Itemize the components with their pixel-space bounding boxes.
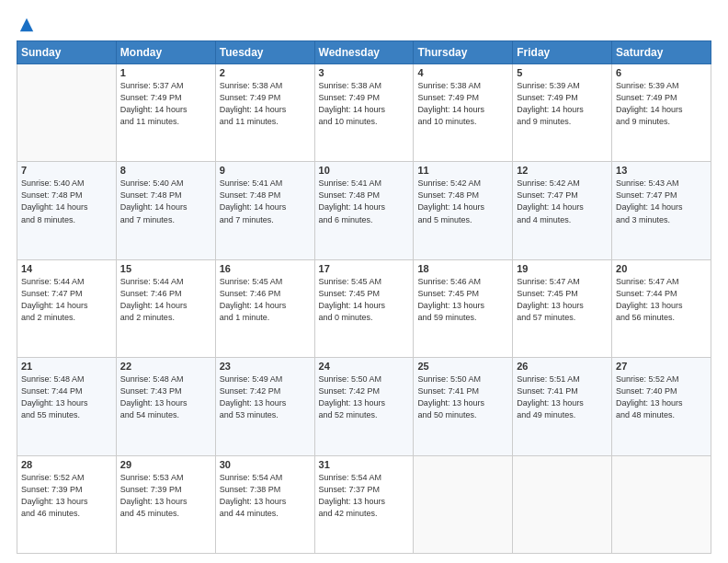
day-info: Sunrise: 5:54 AM Sunset: 7:38 PM Dayligh… (220, 472, 311, 520)
day-number: 1 (120, 67, 211, 78)
calendar-header-row: SundayMondayTuesdayWednesdayThursdayFrid… (17, 41, 711, 64)
day-number: 15 (120, 263, 211, 274)
calendar-cell: 9Sunrise: 5:41 AM Sunset: 7:48 PM Daylig… (215, 162, 314, 259)
calendar-cell: 8Sunrise: 5:40 AM Sunset: 7:48 PM Daylig… (116, 162, 215, 259)
day-number: 27 (616, 361, 707, 372)
calendar-cell: 20Sunrise: 5:47 AM Sunset: 7:44 PM Dayli… (612, 259, 711, 357)
day-number: 23 (220, 361, 311, 372)
calendar-cell: 14Sunrise: 5:44 AM Sunset: 7:47 PM Dayli… (17, 259, 117, 357)
day-info: Sunrise: 5:37 AM Sunset: 7:49 PM Dayligh… (120, 80, 211, 128)
day-info: Sunrise: 5:40 AM Sunset: 7:48 PM Dayligh… (120, 178, 211, 225)
calendar-cell: 16Sunrise: 5:45 AM Sunset: 7:46 PM Dayli… (215, 259, 314, 357)
logo-text (17, 17, 35, 33)
calendar-cell: 28Sunrise: 5:52 AM Sunset: 7:39 PM Dayli… (17, 455, 117, 553)
calendar-cell: 4Sunrise: 5:38 AM Sunset: 7:49 PM Daylig… (414, 64, 513, 162)
day-info: Sunrise: 5:51 AM Sunset: 7:41 PM Dayligh… (517, 373, 608, 421)
calendar-cell: 27Sunrise: 5:52 AM Sunset: 7:40 PM Dayli… (612, 358, 711, 455)
day-number: 30 (220, 459, 311, 470)
calendar-cell: 10Sunrise: 5:41 AM Sunset: 7:48 PM Dayli… (314, 162, 414, 259)
svg-marker-0 (20, 18, 33, 31)
day-info: Sunrise: 5:54 AM Sunset: 7:37 PM Dayligh… (319, 472, 410, 520)
calendar-cell: 17Sunrise: 5:45 AM Sunset: 7:45 PM Dayli… (314, 259, 414, 357)
day-number: 19 (517, 263, 608, 274)
calendar-cell: 15Sunrise: 5:44 AM Sunset: 7:46 PM Dayli… (116, 259, 215, 357)
calendar-cell (17, 64, 117, 162)
calendar-cell: 25Sunrise: 5:50 AM Sunset: 7:41 PM Dayli… (414, 358, 513, 455)
day-number: 18 (417, 263, 508, 274)
day-number: 8 (120, 165, 211, 176)
day-info: Sunrise: 5:39 AM Sunset: 7:49 PM Dayligh… (616, 80, 707, 128)
day-info: Sunrise: 5:41 AM Sunset: 7:48 PM Dayligh… (220, 178, 311, 225)
day-number: 16 (220, 263, 311, 274)
day-number: 28 (21, 459, 112, 470)
day-info: Sunrise: 5:50 AM Sunset: 7:41 PM Dayligh… (417, 373, 508, 421)
calendar-cell: 6Sunrise: 5:39 AM Sunset: 7:49 PM Daylig… (612, 64, 711, 162)
calendar-cell: 3Sunrise: 5:38 AM Sunset: 7:49 PM Daylig… (314, 64, 414, 162)
calendar-header-tuesday: Tuesday (215, 41, 314, 64)
calendar-cell: 24Sunrise: 5:50 AM Sunset: 7:42 PM Dayli… (314, 358, 414, 455)
day-info: Sunrise: 5:40 AM Sunset: 7:48 PM Dayligh… (21, 178, 112, 225)
day-info: Sunrise: 5:45 AM Sunset: 7:46 PM Dayligh… (220, 276, 311, 324)
calendar-header-saturday: Saturday (612, 41, 711, 64)
calendar-cell: 29Sunrise: 5:53 AM Sunset: 7:39 PM Dayli… (116, 455, 215, 553)
day-info: Sunrise: 5:48 AM Sunset: 7:44 PM Dayligh… (21, 373, 112, 421)
calendar-week-1: 1Sunrise: 5:37 AM Sunset: 7:49 PM Daylig… (17, 64, 711, 162)
calendar-week-5: 28Sunrise: 5:52 AM Sunset: 7:39 PM Dayli… (17, 455, 711, 553)
calendar-header-wednesday: Wednesday (314, 41, 414, 64)
day-number: 2 (220, 67, 311, 78)
day-info: Sunrise: 5:45 AM Sunset: 7:45 PM Dayligh… (319, 276, 410, 324)
day-info: Sunrise: 5:52 AM Sunset: 7:39 PM Dayligh… (21, 472, 112, 520)
day-info: Sunrise: 5:38 AM Sunset: 7:49 PM Dayligh… (220, 80, 311, 128)
day-info: Sunrise: 5:53 AM Sunset: 7:39 PM Dayligh… (120, 472, 211, 520)
day-number: 25 (417, 361, 508, 372)
day-number: 3 (319, 67, 410, 78)
calendar-week-3: 14Sunrise: 5:44 AM Sunset: 7:47 PM Dayli… (17, 259, 711, 357)
day-info: Sunrise: 5:41 AM Sunset: 7:48 PM Dayligh… (319, 178, 410, 225)
page: SundayMondayTuesdayWednesdayThursdayFrid… (0, 0, 728, 563)
calendar-cell: 18Sunrise: 5:46 AM Sunset: 7:45 PM Dayli… (414, 259, 513, 357)
day-number: 11 (417, 165, 508, 176)
day-info: Sunrise: 5:39 AM Sunset: 7:49 PM Dayligh… (517, 80, 608, 128)
calendar-table: SundayMondayTuesdayWednesdayThursdayFrid… (17, 40, 711, 554)
header (17, 17, 711, 33)
day-number: 6 (616, 67, 707, 78)
day-number: 10 (319, 165, 410, 176)
day-info: Sunrise: 5:46 AM Sunset: 7:45 PM Dayligh… (417, 276, 508, 324)
calendar-cell (612, 455, 711, 553)
calendar-cell: 2Sunrise: 5:38 AM Sunset: 7:49 PM Daylig… (215, 64, 314, 162)
calendar-cell (414, 455, 513, 553)
day-info: Sunrise: 5:47 AM Sunset: 7:44 PM Dayligh… (616, 276, 707, 324)
day-info: Sunrise: 5:42 AM Sunset: 7:48 PM Dayligh… (417, 178, 508, 225)
day-number: 24 (319, 361, 410, 372)
day-info: Sunrise: 5:48 AM Sunset: 7:43 PM Dayligh… (120, 373, 211, 421)
day-number: 5 (517, 67, 608, 78)
day-number: 9 (220, 165, 311, 176)
day-info: Sunrise: 5:44 AM Sunset: 7:46 PM Dayligh… (120, 276, 211, 324)
calendar-cell: 13Sunrise: 5:43 AM Sunset: 7:47 PM Dayli… (612, 162, 711, 259)
day-info: Sunrise: 5:38 AM Sunset: 7:49 PM Dayligh… (417, 80, 508, 128)
day-number: 4 (417, 67, 508, 78)
day-number: 13 (616, 165, 707, 176)
calendar-cell: 26Sunrise: 5:51 AM Sunset: 7:41 PM Dayli… (513, 358, 612, 455)
calendar-header-monday: Monday (116, 41, 215, 64)
day-info: Sunrise: 5:49 AM Sunset: 7:42 PM Dayligh… (220, 373, 311, 421)
calendar-cell: 11Sunrise: 5:42 AM Sunset: 7:48 PM Dayli… (414, 162, 513, 259)
day-number: 29 (120, 459, 211, 470)
calendar-cell: 21Sunrise: 5:48 AM Sunset: 7:44 PM Dayli… (17, 358, 117, 455)
calendar-cell: 31Sunrise: 5:54 AM Sunset: 7:37 PM Dayli… (314, 455, 414, 553)
day-info: Sunrise: 5:42 AM Sunset: 7:47 PM Dayligh… (517, 178, 608, 225)
calendar-cell: 22Sunrise: 5:48 AM Sunset: 7:43 PM Dayli… (116, 358, 215, 455)
day-number: 26 (517, 361, 608, 372)
day-number: 20 (616, 263, 707, 274)
calendar-week-2: 7Sunrise: 5:40 AM Sunset: 7:48 PM Daylig… (17, 162, 711, 259)
calendar-cell: 19Sunrise: 5:47 AM Sunset: 7:45 PM Dayli… (513, 259, 612, 357)
calendar-cell (513, 455, 612, 553)
calendar-cell: 12Sunrise: 5:42 AM Sunset: 7:47 PM Dayli… (513, 162, 612, 259)
day-info: Sunrise: 5:52 AM Sunset: 7:40 PM Dayligh… (616, 373, 707, 421)
calendar-cell: 30Sunrise: 5:54 AM Sunset: 7:38 PM Dayli… (215, 455, 314, 553)
day-number: 31 (319, 459, 410, 470)
day-info: Sunrise: 5:50 AM Sunset: 7:42 PM Dayligh… (319, 373, 410, 421)
day-number: 12 (517, 165, 608, 176)
day-number: 22 (120, 361, 211, 372)
calendar-cell: 23Sunrise: 5:49 AM Sunset: 7:42 PM Dayli… (215, 358, 314, 455)
